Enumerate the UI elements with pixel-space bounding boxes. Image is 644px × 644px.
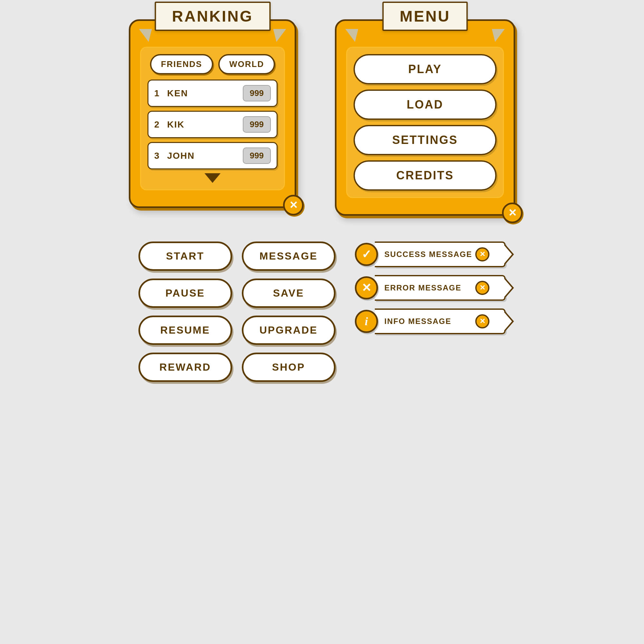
rank-name-2: KIK bbox=[167, 119, 243, 130]
notification-column: ✓ SUCCESS MESSAGE ✕ ✕ ERROR MESSAGE ✕ bbox=[355, 241, 506, 334]
menu-ribbon-tail-left bbox=[346, 29, 358, 42]
ranking-content: FRIENDS WORLD 1 KEN 999 2 KIK 999 3 JOHN bbox=[140, 47, 285, 190]
menu-close-button[interactable]: ✕ bbox=[502, 203, 523, 223]
ranking-title: RANKING bbox=[155, 2, 270, 31]
close-icon: ✕ bbox=[479, 250, 485, 259]
rank-num-2: 2 bbox=[154, 119, 167, 130]
save-button[interactable]: SAVE bbox=[242, 279, 336, 308]
checkmark-icon: ✓ bbox=[362, 248, 371, 261]
rank-name-1: KEN bbox=[167, 88, 243, 99]
upgrade-button[interactable]: UPGRADE bbox=[242, 316, 336, 345]
rank-row-2: 2 KIK 999 bbox=[147, 111, 278, 138]
shop-button[interactable]: SHOP bbox=[242, 353, 336, 382]
top-row: RANKING FRIENDS WORLD 1 KEN 999 bbox=[129, 19, 515, 216]
error-message-text: ERROR MESSAGE bbox=[384, 283, 465, 292]
rank-num-3: 3 bbox=[154, 151, 167, 161]
ranking-scroll-down[interactable] bbox=[147, 173, 278, 183]
error-close-button[interactable]: ✕ bbox=[475, 281, 489, 295]
menu-settings-button[interactable]: SETTINGS bbox=[354, 125, 497, 155]
rank-score-2: 999 bbox=[243, 116, 271, 133]
close-icon: ✕ bbox=[508, 208, 517, 218]
close-icon: ✕ bbox=[289, 200, 298, 210]
success-banner: SUCCESS MESSAGE ✕ bbox=[375, 241, 506, 267]
menu-ribbon: MENU bbox=[328, 2, 523, 44]
rank-score-1: 999 bbox=[243, 85, 271, 101]
ranking-tabs: FRIENDS WORLD bbox=[147, 54, 278, 74]
menu-title: MENU bbox=[382, 2, 468, 31]
info-notification: i INFO MESSAGE ✕ bbox=[355, 308, 506, 334]
tab-world[interactable]: WORLD bbox=[218, 54, 275, 74]
ranking-close-button[interactable]: ✕ bbox=[283, 195, 304, 215]
start-button[interactable]: START bbox=[138, 241, 232, 271]
success-close-button[interactable]: ✕ bbox=[475, 247, 489, 261]
rank-row-1: 1 KEN 999 bbox=[147, 80, 278, 107]
rank-num-1: 1 bbox=[154, 88, 167, 99]
menu-content: PLAY LOAD SETTINGS CREDITS bbox=[346, 47, 504, 198]
menu-ribbon-tail-right bbox=[492, 29, 505, 42]
menu-panel: MENU PLAY LOAD SETTINGS CREDITS ✕ bbox=[335, 19, 515, 216]
rank-name-3: JOHN bbox=[167, 151, 243, 161]
info-icon: i bbox=[365, 315, 368, 328]
info-banner: INFO MESSAGE ✕ bbox=[375, 308, 506, 334]
chevron-down-icon bbox=[204, 173, 221, 183]
error-banner: ERROR MESSAGE ✕ bbox=[375, 275, 506, 301]
rank-row-3: 3 JOHN 999 bbox=[147, 142, 278, 169]
menu-ribbon-tails bbox=[342, 29, 508, 42]
bottom-row: START MESSAGE PAUSE SAVE RESUME UPGRADE … bbox=[26, 241, 618, 382]
pause-button[interactable]: PAUSE bbox=[138, 279, 232, 308]
info-close-button[interactable]: ✕ bbox=[475, 314, 489, 328]
error-notification: ✕ ERROR MESSAGE ✕ bbox=[355, 275, 506, 301]
message-button[interactable]: MESSAGE bbox=[242, 241, 336, 271]
info-message-text: INFO MESSAGE bbox=[384, 317, 455, 326]
menu-credits-button[interactable]: CREDITS bbox=[354, 160, 497, 191]
menu-play-button[interactable]: PLAY bbox=[354, 54, 497, 84]
success-message-text: SUCCESS MESSAGE bbox=[384, 250, 476, 259]
tab-friends[interactable]: FRIENDS bbox=[150, 54, 213, 74]
rank-score-3: 999 bbox=[243, 147, 271, 164]
close-icon: ✕ bbox=[479, 284, 485, 292]
success-icon-circle: ✓ bbox=[355, 243, 378, 266]
ranking-ribbon: RANKING bbox=[122, 2, 303, 44]
reward-button[interactable]: REWARD bbox=[138, 353, 232, 382]
ribbon-tail-left bbox=[139, 29, 152, 42]
button-grid: START MESSAGE PAUSE SAVE RESUME UPGRADE … bbox=[138, 241, 336, 382]
error-icon-circle: ✕ bbox=[355, 276, 378, 299]
success-notification: ✓ SUCCESS MESSAGE ✕ bbox=[355, 241, 506, 267]
x-icon: ✕ bbox=[362, 281, 371, 295]
info-icon-circle: i bbox=[355, 310, 378, 333]
resume-button[interactable]: RESUME bbox=[138, 316, 232, 345]
ranking-panel: RANKING FRIENDS WORLD 1 KEN 999 bbox=[129, 19, 296, 208]
close-icon: ✕ bbox=[479, 317, 485, 326]
menu-load-button[interactable]: LOAD bbox=[354, 90, 497, 120]
ribbon-tails bbox=[136, 29, 289, 42]
ribbon-tail-right bbox=[273, 29, 286, 42]
page-container: RANKING FRIENDS WORLD 1 KEN 999 bbox=[0, 0, 644, 644]
